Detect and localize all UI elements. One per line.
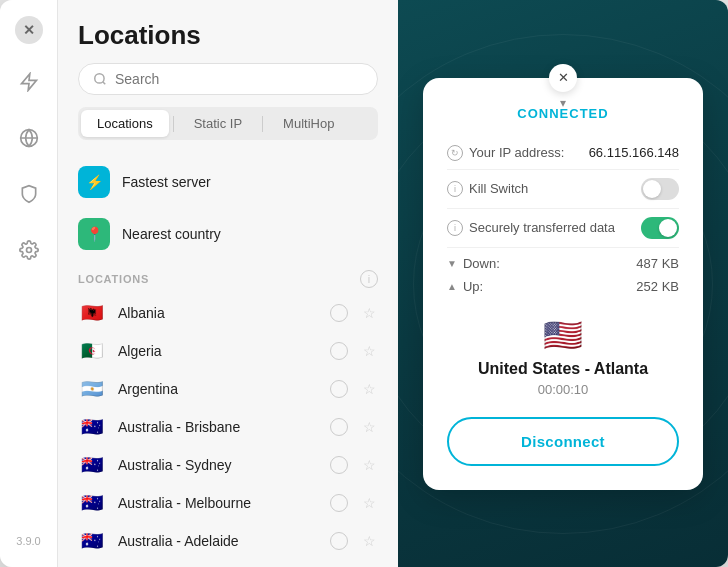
country-name: Australia - Melbourne — [118, 495, 318, 511]
radio-au-sydney[interactable] — [330, 456, 348, 474]
lightning-icon: ⚡ — [78, 166, 110, 198]
tab-divider — [173, 116, 174, 132]
list-item[interactable]: 🇦🇺 Australia - Brisbane ☆ — [58, 408, 398, 446]
flag-albania: 🇦🇱 — [78, 303, 106, 323]
down-value: 487 KB — [636, 256, 679, 271]
fastest-server-label: Fastest server — [122, 174, 211, 190]
country-name: Australia - Brisbane — [118, 419, 318, 435]
flag-argentina: 🇦🇷 — [78, 379, 106, 399]
right-panel: ✕ ▾ CONNECTED ↻ Your IP address: 66.115.… — [398, 0, 728, 567]
pin-icon: 📍 — [78, 218, 110, 250]
radio-au-melbourne[interactable] — [330, 494, 348, 512]
down-arrow-icon: ▼ — [447, 258, 457, 269]
transfer-label-group: i Securely transferred data — [447, 220, 615, 236]
close-button[interactable]: ✕ — [15, 16, 43, 44]
toggle-knob — [643, 180, 661, 198]
down-label: Down: — [463, 256, 500, 271]
card-close-button[interactable]: ✕ — [549, 64, 577, 92]
flag-au-melbourne: 🇦🇺 — [78, 493, 106, 513]
list-item[interactable]: 🇦🇺 Australia - Sydney ☆ — [58, 446, 398, 484]
tab-divider-2 — [262, 116, 263, 132]
flag-algeria: 🇩🇿 — [78, 341, 106, 361]
kill-switch-row: i Kill Switch — [447, 170, 679, 209]
star-algeria[interactable]: ☆ — [360, 342, 378, 360]
svg-point-3 — [95, 74, 104, 83]
tab-locations[interactable]: Locations — [81, 110, 169, 137]
list-item[interactable]: 🇦🇱 Albania ☆ — [58, 294, 398, 332]
flag-large: 🇺🇸 — [447, 316, 679, 354]
list-item[interactable]: 🇩🇿 Algeria ☆ — [58, 332, 398, 370]
country-name: Albania — [118, 305, 318, 321]
locations-header: Locations Locations Static IP MultiHop — [58, 0, 398, 152]
radio-argentina[interactable] — [330, 380, 348, 398]
kill-switch-label-group: i Kill Switch — [447, 181, 528, 197]
list-item[interactable]: 🇦🇺 Australia - Adelaide ☆ — [58, 522, 398, 560]
nearest-country-label: Nearest country — [122, 226, 221, 242]
up-label-group: ▲ Up: — [447, 279, 483, 294]
star-au-adelaide[interactable]: ☆ — [360, 532, 378, 550]
flag-au-adelaide: 🇦🇺 — [78, 531, 106, 551]
radio-albania[interactable] — [330, 304, 348, 322]
connection-time: 00:00:10 — [447, 382, 679, 397]
flag-au-sydney: 🇦🇺 — [78, 455, 106, 475]
kill-switch-label: Kill Switch — [469, 181, 528, 196]
version-label: 3.9.0 — [16, 535, 40, 551]
up-value: 252 KB — [636, 279, 679, 294]
shield-icon[interactable] — [11, 176, 47, 212]
nearest-country-item[interactable]: 📍 Nearest country — [58, 208, 398, 260]
country-name: Australia - Sydney — [118, 457, 318, 473]
country-name: Algeria — [118, 343, 318, 359]
ip-value: 66.115.166.148 — [589, 145, 679, 160]
globe-icon[interactable] — [11, 120, 47, 156]
page-title: Locations — [78, 20, 378, 51]
radio-au-adelaide[interactable] — [330, 532, 348, 550]
kill-switch-toggle[interactable] — [641, 178, 679, 200]
ip-label: Your IP address: — [469, 145, 564, 160]
tab-static-ip[interactable]: Static IP — [178, 110, 258, 137]
down-row: ▼ Down: 487 KB — [447, 252, 679, 275]
connected-card: ✕ ▾ CONNECTED ↻ Your IP address: 66.115.… — [423, 78, 703, 490]
refresh-icon: ↻ — [447, 145, 463, 161]
fastest-server-item[interactable]: ⚡ Fastest server — [58, 156, 398, 208]
search-box[interactable] — [78, 63, 378, 95]
star-argentina[interactable]: ☆ — [360, 380, 378, 398]
radio-au-brisbane[interactable] — [330, 418, 348, 436]
transfer-row: i Securely transferred data — [447, 209, 679, 248]
search-icon — [93, 72, 107, 86]
card-chevron-icon[interactable]: ▾ — [560, 96, 566, 110]
transfer-label: Securely transferred data — [469, 220, 615, 235]
location-name: United States - Atlanta — [447, 360, 679, 378]
radio-algeria[interactable] — [330, 342, 348, 360]
section-title: LOCATIONS — [78, 273, 149, 285]
svg-line-4 — [103, 82, 106, 85]
settings-icon[interactable] — [11, 232, 47, 268]
list-item[interactable]: 🇦🇺 Australia - Melbourne ☆ — [58, 484, 398, 522]
search-input[interactable] — [115, 71, 363, 87]
locations-list: ⚡ Fastest server 📍 Nearest country LOCAT… — [58, 152, 398, 567]
toggle-knob-on — [659, 219, 677, 237]
ip-address-row: ↻ Your IP address: 66.115.166.148 — [447, 137, 679, 170]
up-row: ▲ Up: 252 KB — [447, 275, 679, 298]
ip-label-group: ↻ Your IP address: — [447, 145, 564, 161]
down-label-group: ▼ Down: — [447, 256, 500, 271]
star-albania[interactable]: ☆ — [360, 304, 378, 322]
info-icon[interactable]: i — [360, 270, 378, 288]
vpn-icon[interactable] — [11, 64, 47, 100]
star-au-sydney[interactable]: ☆ — [360, 456, 378, 474]
app-container: ✕ 3.9.0 Location — [0, 0, 728, 567]
country-name: Argentina — [118, 381, 318, 397]
info-icon-transfer: i — [447, 220, 463, 236]
disconnect-button[interactable]: Disconnect — [447, 417, 679, 466]
location-section: 🇺🇸 United States - Atlanta 00:00:10 — [447, 302, 679, 401]
locations-panel: Locations Locations Static IP MultiHop ⚡… — [58, 0, 398, 567]
up-arrow-icon: ▲ — [447, 281, 457, 292]
svg-point-2 — [26, 248, 31, 253]
list-item[interactable]: 🇦🇷 Argentina ☆ — [58, 370, 398, 408]
transfer-toggle[interactable] — [641, 217, 679, 239]
locations-section-header: LOCATIONS i — [58, 260, 398, 294]
country-name: Australia - Adelaide — [118, 533, 318, 549]
star-au-melbourne[interactable]: ☆ — [360, 494, 378, 512]
tab-multihop[interactable]: MultiHop — [267, 110, 350, 137]
tabs-bar: Locations Static IP MultiHop — [78, 107, 378, 140]
star-au-brisbane[interactable]: ☆ — [360, 418, 378, 436]
